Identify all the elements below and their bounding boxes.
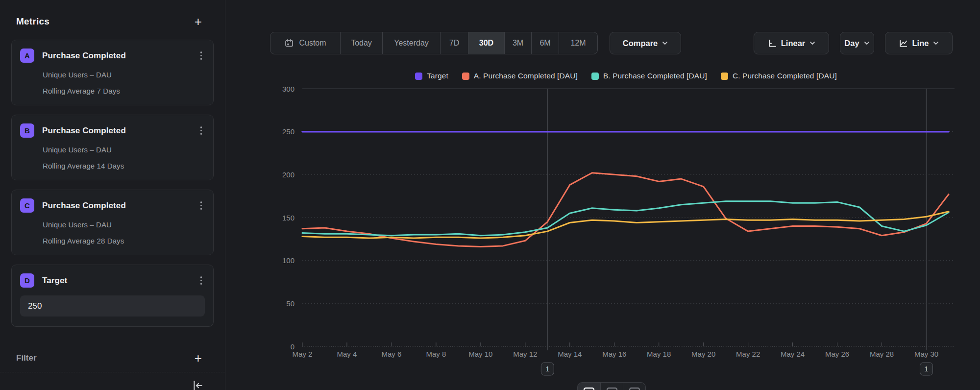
legend-item[interactable]: Target — [415, 72, 448, 80]
metrics-sidebar: Metrics + APurchase CompletedUnique User… — [0, 0, 225, 390]
annotation-badge-label: 1 — [545, 365, 549, 373]
scale-label: Linear — [781, 39, 806, 48]
range-30d[interactable]: 30D — [468, 32, 504, 54]
target-title: Target — [42, 276, 67, 286]
metric-window: Rolling Average 28 Days — [43, 237, 205, 245]
card-view-button[interactable] — [623, 383, 645, 390]
range-label: 6M — [539, 39, 550, 48]
range-label: 12M — [570, 39, 586, 48]
chevron-down-icon — [662, 41, 668, 45]
compare-button[interactable]: Compare — [610, 32, 681, 54]
x-axis-label: May 18 — [647, 350, 671, 358]
metric-title: Purchase Completed — [42, 126, 126, 136]
y-axis-label: 150 — [282, 214, 294, 222]
legend-label: A. Purchase Completed [DAU] — [474, 72, 578, 80]
kebab-menu-icon[interactable] — [197, 49, 205, 62]
view-toggle-group — [577, 382, 646, 390]
metric-badge: C — [20, 198, 34, 213]
metric-card-b[interactable]: BPurchase CompletedUnique Users – DAURol… — [11, 115, 214, 180]
x-axis-label: May 16 — [602, 350, 626, 358]
range-label: 7D — [449, 39, 459, 48]
metric-window: Rolling Average 7 Days — [43, 87, 205, 95]
x-axis-label: May 30 — [914, 350, 938, 358]
axis-scale-icon — [767, 39, 777, 48]
metric-card-a[interactable]: APurchase CompletedUnique Users – DAURol… — [11, 40, 214, 105]
metric-card-header: BPurchase Completed — [20, 123, 205, 138]
collapse-sidebar-icon[interactable] — [192, 379, 204, 390]
x-axis-label: May 20 — [691, 350, 715, 358]
metric-card-list: APurchase CompletedUnique Users – DAURol… — [11, 40, 214, 255]
chart-type-selector-button[interactable]: Line — [885, 32, 953, 54]
calendar-icon — [284, 38, 294, 48]
sidebar-divider — [0, 372, 225, 372]
x-axis-label: May 26 — [825, 350, 849, 358]
range-12m[interactable]: 12M — [559, 32, 597, 54]
chevron-down-icon — [809, 41, 815, 45]
range-label: Today — [351, 39, 372, 48]
legend-swatch — [462, 73, 469, 80]
range-today[interactable]: Today — [340, 32, 382, 54]
metric-measure: Unique Users – DAU — [43, 146, 205, 154]
legend-label: Target — [427, 72, 448, 80]
add-metric-icon[interactable]: + — [195, 17, 202, 26]
kebab-menu-icon[interactable] — [197, 274, 205, 287]
line-chart[interactable]: 050100150200250300May 2May 4May 6May 8Ma… — [225, 64, 980, 390]
chart-type-label: Line — [912, 39, 929, 48]
y-axis-label: 200 — [282, 171, 294, 179]
x-axis-label: May 28 — [870, 350, 894, 358]
metric-measure: Unique Users – DAU — [43, 71, 205, 79]
series-line-c[interactable] — [302, 212, 949, 238]
x-axis-label: May 10 — [468, 350, 492, 358]
x-axis-label: May 6 — [382, 350, 402, 358]
metric-title: Purchase Completed — [42, 51, 126, 61]
kebab-menu-icon[interactable] — [197, 199, 205, 212]
metric-card-c[interactable]: CPurchase CompletedUnique Users – DAURol… — [11, 190, 214, 255]
chart-view-button[interactable] — [578, 383, 600, 390]
interval-label: Day — [844, 39, 859, 48]
legend-swatch — [415, 73, 422, 80]
add-filter-icon[interactable]: + — [195, 353, 202, 363]
target-card-header: D Target — [20, 273, 205, 288]
x-axis-label: May 24 — [781, 350, 805, 358]
range-label: 3M — [513, 39, 523, 48]
scale-selector-button[interactable]: Linear — [754, 32, 829, 54]
range-7d[interactable]: 7D — [440, 32, 468, 54]
y-axis-label: 300 — [282, 85, 294, 93]
annotation-badge-label: 1 — [924, 365, 928, 373]
y-axis-label: 100 — [282, 256, 294, 265]
table-view-button[interactable] — [600, 383, 623, 390]
y-axis-label: 250 — [282, 127, 294, 136]
compare-label: Compare — [623, 39, 658, 48]
range-custom[interactable]: Custom — [270, 32, 340, 54]
x-axis-label: May 14 — [558, 350, 582, 358]
legend-item[interactable]: B. Purchase Completed [DAU] — [591, 72, 707, 80]
line-chart-icon — [899, 39, 908, 48]
metric-card-header: CPurchase Completed — [20, 198, 205, 213]
legend-swatch — [721, 73, 728, 80]
range-3m[interactable]: 3M — [504, 32, 531, 54]
sidebar-title: Metrics — [16, 16, 49, 27]
target-value-input[interactable]: 250 — [20, 295, 205, 317]
interval-selector-button[interactable]: Day — [840, 32, 874, 54]
filter-title: Filter — [16, 353, 37, 363]
table-view-icon — [606, 386, 618, 390]
kebab-menu-icon[interactable] — [197, 124, 205, 137]
legend-item[interactable]: C. Purchase Completed [DAU] — [721, 72, 837, 80]
legend-item[interactable]: A. Purchase Completed [DAU] — [462, 72, 578, 80]
sidebar-header: Metrics + — [16, 16, 202, 27]
x-axis-label: May 22 — [736, 350, 760, 358]
metric-title: Purchase Completed — [42, 201, 126, 211]
chevron-down-icon — [864, 41, 870, 45]
card-view-icon — [628, 386, 641, 390]
date-range-selector: CustomTodayYesterday7D30D3M6M12M — [270, 32, 598, 54]
target-badge: D — [20, 273, 34, 288]
range-yesterday[interactable]: Yesterday — [382, 32, 440, 54]
range-6m[interactable]: 6M — [531, 32, 559, 54]
metric-measure: Unique Users – DAU — [43, 220, 205, 229]
series-line-b[interactable] — [302, 201, 949, 236]
target-card[interactable]: D Target 250 — [11, 265, 214, 327]
range-label: Yesterday — [394, 39, 429, 48]
x-axis-label: May 8 — [426, 350, 446, 358]
chart-view-icon — [583, 386, 595, 390]
metric-badge: B — [20, 123, 34, 138]
